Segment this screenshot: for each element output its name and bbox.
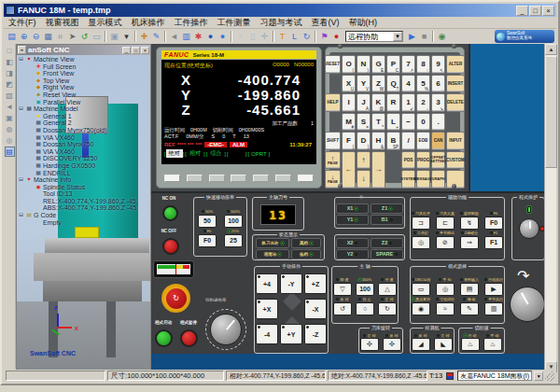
aux-function-7-button[interactable]: ⇒ (460, 236, 479, 249)
key-m[interactable]: M# (342, 113, 356, 132)
key-y[interactable]: YV (357, 75, 371, 93)
rapid-override-3-button[interactable]: F0 (198, 234, 217, 247)
key-j[interactable]: JA (357, 93, 371, 112)
rapid-override-4-button[interactable]: 25 (224, 234, 243, 247)
panel-combo-value[interactable]: 友嘉FANUC 18M面板(I) (457, 371, 532, 381)
sound-toggle-icon[interactable]: ◄ (5, 102, 15, 112)
menu-item-8[interactable]: 查看(V) (307, 17, 344, 29)
softkey-button-3[interactable] (209, 175, 225, 182)
tree-tool-id[interactable]: Tool ID:13 (19, 190, 150, 198)
nc-on-button[interactable] (162, 205, 178, 221)
play-icon[interactable]: ▶ (406, 31, 418, 43)
tree-reset-view[interactable]: ◆Reset View (19, 91, 150, 99)
sphere-gray-icon[interactable]: ◍ (5, 124, 15, 134)
key-shift[interactable]: SHIFT (325, 132, 341, 150)
collapse-button[interactable]: « (18, 46, 26, 54)
feed-override-dial[interactable] (210, 314, 242, 345)
axis-lamp-x1[interactable]: X1 (336, 203, 369, 214)
mode-select-3-button[interactable]: ▤ (460, 283, 479, 296)
chip-conveyor-2-button[interactable]: ◣ (434, 338, 453, 351)
axis-lamp-y2[interactable]: Y2 (336, 249, 369, 259)
sphere-blue-icon[interactable]: ● (204, 31, 217, 43)
softkey-button-5[interactable] (253, 175, 269, 182)
softkey-button-2[interactable] (187, 175, 203, 182)
flag-icon[interactable]: ⚑ (318, 31, 330, 43)
rapid-override-2-button[interactable]: 100 (224, 215, 243, 228)
magazine-1-button[interactable]: ✣ (360, 338, 379, 351)
right-view-icon[interactable]: ◩ (5, 79, 15, 90)
key-period[interactable]: . (431, 113, 445, 132)
tree-via-vx460-2[interactable]: ▦VIA VX460 (19, 148, 150, 156)
jog-minus-y[interactable]: -Y (280, 273, 302, 294)
key-help[interactable]: HELP (325, 93, 341, 112)
key-f[interactable]: F[ (342, 132, 356, 150)
new-file-icon[interactable]: ▤ (6, 31, 18, 43)
tree-expander[interactable]: ⊟ (19, 176, 25, 184)
coolant-1-button[interactable]: ♨ (461, 338, 480, 351)
key-offset-setting[interactable]: OFFSET SETTING (431, 151, 445, 170)
jog-minus-4[interactable]: -4 (256, 324, 278, 344)
aux-function-1-button[interactable]: ⊐ (412, 217, 430, 230)
zoom-out-icon[interactable]: ⊖ (30, 31, 42, 43)
rotate-tool-icon[interactable]: ↻ (301, 31, 313, 43)
chip-conveyor-1-button[interactable]: ◢ (412, 338, 430, 351)
sphere-gray2-icon[interactable]: ◎ (5, 135, 15, 146)
pale-box-icon[interactable]: ▫ (234, 31, 246, 43)
machine-window-close[interactable]: × (141, 47, 149, 54)
sphere-blue2-icon[interactable]: ● (217, 31, 229, 43)
machine-window-titlebar[interactable]: « anSoft CNC _ □ × (17, 45, 150, 55)
record-icon[interactable]: ● (330, 31, 343, 43)
axis-lamp-b1[interactable]: B1 (371, 215, 403, 225)
path-tool-icon[interactable]: L (288, 31, 301, 43)
stop-icon[interactable]: ■ (418, 31, 430, 43)
close-button[interactable]: × (542, 6, 554, 16)
key-4[interactable]: 4← (401, 75, 415, 93)
tree-machine-view[interactable]: ⊟♥Machine View (19, 56, 150, 63)
vertical-scrollbar[interactable]: ▲ ▼ (544, 44, 556, 372)
key-graph[interactable]: GRAPH (431, 170, 445, 189)
menu-item-6[interactable]: 工件测量 (213, 17, 256, 29)
axis-lamp-z1[interactable]: Z1 (371, 203, 403, 214)
softkey-button-4[interactable] (231, 175, 246, 182)
tree-doosan-mynx750[interactable]: ▦Doosan Mynx750 (19, 141, 150, 148)
edit-icon[interactable]: ✎ (150, 31, 162, 43)
key-eob[interactable]: EOB (416, 132, 430, 150)
key-s[interactable]: S= (357, 113, 371, 132)
tree-abs-position[interactable]: ABS:X-400.774,Y-199.860,Z -45. (19, 204, 150, 212)
spindle-3-button[interactable]: △ (378, 283, 397, 296)
mode-select-2-button[interactable]: ◎ (436, 283, 455, 296)
menu-item-4[interactable]: 机床操作 (127, 17, 170, 29)
key-r[interactable]: R (386, 93, 400, 112)
machine-window-minimize[interactable]: _ (122, 47, 131, 54)
key-6[interactable]: 6→ (431, 75, 445, 93)
coolant-2-button[interactable]: ♨ (483, 338, 502, 351)
key-x[interactable]: XU (342, 75, 356, 93)
workpiece-icon[interactable]: ▣ (108, 31, 120, 43)
key-input[interactable]: INPUT (446, 132, 465, 150)
key-i[interactable]: I. (342, 93, 356, 112)
aux-function-8-button[interactable]: F1 (484, 236, 503, 249)
key-b[interactable]: BSP (386, 132, 400, 150)
key-7[interactable]: 7↗ (401, 55, 415, 74)
key-1[interactable]: 1↙ (401, 93, 415, 112)
aux-function-3-button[interactable]: ↯ (460, 217, 479, 230)
files-icon[interactable]: ▥ (180, 31, 192, 43)
maximize-button[interactable]: □ (529, 6, 541, 16)
camera-icon[interactable]: ◉ (436, 31, 448, 43)
mode-select-8-button[interactable]: ▥ (484, 302, 503, 315)
softkey-label-3[interactable]: [综合] (206, 149, 226, 158)
key-z[interactable]: ZW (371, 75, 385, 93)
key-cursor-right[interactable]: → (371, 151, 385, 189)
key-pos[interactable]: POS (401, 151, 415, 170)
measure-icon[interactable]: ⌗ (54, 31, 66, 43)
tree-general-1[interactable]: ➜General 1 (19, 113, 150, 120)
softkey-label-4[interactable]: [] (227, 149, 246, 158)
key-3[interactable]: 3↘ (431, 93, 445, 112)
tree-g-code-empty[interactable]: Empty (19, 219, 150, 227)
key-t[interactable]: T* (371, 113, 385, 132)
key-h[interactable]: H& (371, 132, 385, 150)
jog-plusminus-x[interactable]: +X (256, 299, 278, 319)
tool-manage-icon[interactable]: ✚ (138, 31, 150, 43)
key-prog[interactable]: PROG (416, 151, 430, 170)
machine-3d-view[interactable]: Z X SwanSoft CNC ⊟♥Machine View✚Full Scr… (17, 55, 150, 371)
